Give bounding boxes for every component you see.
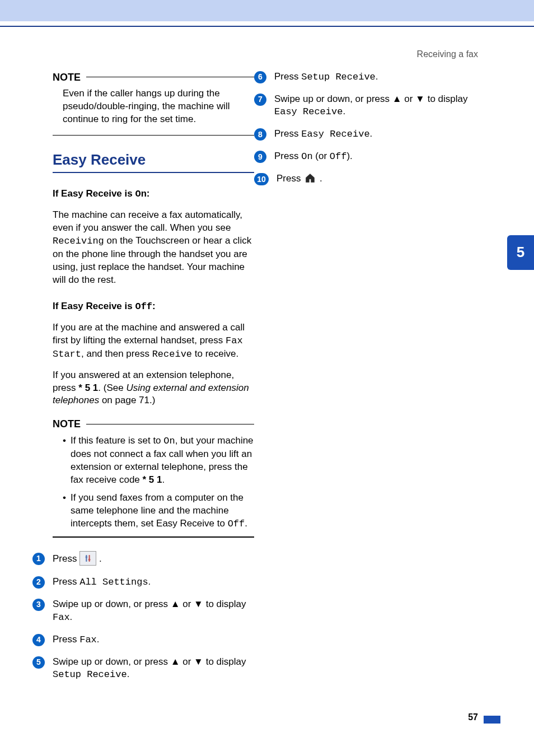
note-bullet: If you send faxes from a computer on the… [63, 492, 254, 531]
subhead-prefix: If Easy Receive is [53, 188, 135, 199]
mono-text: All Settings [79, 577, 148, 587]
subhead-suffix: : [147, 188, 150, 199]
mono-text: On [163, 436, 175, 446]
note-rule [86, 424, 254, 425]
mono-text: Easy Receive [274, 106, 343, 117]
step-text: Swipe up or down, or press ▲ or ▼ to dis… [53, 656, 254, 682]
breadcrumb: Receiving a fax [0, 27, 534, 60]
note-block-2: NOTE If this feature is set to On, but y… [53, 417, 254, 537]
step-text: Press On (or Off). [274, 150, 476, 164]
step-number: 7 [254, 94, 266, 106]
subhead-mono: On [135, 189, 146, 199]
mono-text: Setup Receive [53, 669, 127, 680]
text: If you are at the machine and answered a… [53, 322, 245, 346]
settings-icon[interactable] [79, 551, 96, 566]
step-text: Press . [277, 172, 476, 185]
step-number: 1 [32, 553, 45, 565]
mono-text: Receiving [53, 236, 104, 246]
page-mark [484, 716, 500, 724]
text: The machine can receive a fax automatica… [53, 209, 242, 233]
text: ). [346, 151, 352, 161]
text: Swipe up or down, or press ▲ or ▼ to dis… [53, 599, 246, 609]
text: . [148, 576, 151, 587]
subhead-mono: Off [135, 301, 152, 312]
text: to receive. [192, 348, 238, 359]
text: . [70, 612, 73, 622]
home-icon[interactable] [303, 172, 317, 184]
text: If this feature is set to [71, 435, 163, 446]
bold-text: * 5 1 [78, 382, 98, 393]
note-block-1: NOTE Even if the caller hangs up during … [53, 71, 254, 136]
text: . [99, 553, 102, 564]
step-number: 10 [254, 173, 269, 185]
para-off-2: If you answered at an extension telephon… [53, 369, 254, 408]
subhead-suffix: : [152, 301, 156, 311]
steps-left: 1 Press . 2 Press All Settings. 3 [53, 552, 254, 682]
step-text: Swipe up or down, or press ▲ or ▼ to dis… [53, 598, 254, 624]
note-bullet: If this feature is set to On, but your m… [63, 435, 254, 487]
text: , and then press [81, 348, 152, 359]
step-text: Press All Settings. [53, 576, 254, 589]
text: If you send faxes from a computer on the… [71, 492, 243, 529]
header-bar [0, 0, 534, 21]
step-text: Swipe up or down, or press ▲ or ▼ to dis… [274, 93, 476, 119]
note-end-rule [53, 135, 254, 136]
step-number: 3 [32, 599, 45, 611]
step-text: Press . [53, 552, 254, 567]
text: Press [277, 173, 303, 184]
mono-text: Off [228, 519, 245, 529]
note-rule [86, 77, 254, 78]
step-number: 6 [254, 71, 266, 83]
text: . [376, 71, 378, 82]
text: . [343, 106, 345, 116]
mono-text: On [301, 151, 312, 162]
step-number: 4 [32, 634, 45, 646]
step-number: 5 [32, 656, 45, 669]
text: Swipe up or down, or press ▲ or ▼ to dis… [274, 94, 467, 104]
text: Press [274, 128, 301, 139]
left-column: NOTE Even if the caller hangs up during … [53, 71, 254, 691]
text: . [127, 669, 130, 679]
note-label: NOTE [53, 71, 81, 84]
text: . (See [98, 382, 126, 393]
subhead-on: If Easy Receive is On: [53, 188, 254, 201]
text: Press [274, 71, 301, 82]
mono-text: Easy Receive [301, 129, 369, 139]
step-2: 2 Press All Settings. [32, 576, 254, 589]
note-body: Even if the caller hangs up during the p… [53, 87, 254, 130]
mono-text: Setup Receive [301, 72, 376, 82]
subhead-prefix: If Easy Receive is [53, 301, 135, 311]
subhead-off: If Easy Receive is Off: [53, 300, 254, 314]
svg-rect-1 [89, 555, 90, 562]
text: . [97, 634, 100, 645]
page-number: 57 [468, 711, 478, 724]
step-9: 9 Press On (or Off). [254, 150, 476, 164]
para-on-body: The machine can receive a fax automatica… [53, 209, 254, 287]
mono-text: Receive [152, 349, 192, 360]
text: (or [313, 151, 330, 161]
step-text: Press Easy Receive. [274, 128, 476, 141]
svg-rect-0 [86, 555, 87, 562]
mono-text: Fax [79, 634, 97, 645]
text: . [370, 128, 373, 139]
step-3: 3 Swipe up or down, or press ▲ or ▼ to d… [32, 598, 254, 624]
text: on page 71.) [99, 395, 155, 405]
step-text: Press Setup Receive. [274, 71, 476, 84]
para-off-1: If you are at the machine and answered a… [53, 321, 254, 361]
mono-text: Off [330, 151, 347, 162]
step-10: 10 Press . [254, 172, 476, 185]
text: . [320, 173, 322, 184]
step-number: 9 [254, 151, 266, 163]
section-title: Easy Receive [53, 150, 254, 170]
text: Press [53, 553, 79, 564]
right-column: 6 Press Setup Receive. 7 Swipe up or dow… [274, 71, 476, 691]
text: Press [53, 576, 79, 587]
text: . [245, 518, 247, 529]
note-bullets: If this feature is set to On, but your m… [53, 435, 254, 531]
step-8: 8 Press Easy Receive. [254, 128, 476, 141]
step-4: 4 Press Fax. [32, 633, 254, 647]
bold-text: * 5 1 [143, 474, 162, 485]
text: Press [274, 151, 301, 161]
step-7: 7 Swipe up or down, or press ▲ or ▼ to d… [254, 93, 476, 119]
step-number: 8 [254, 128, 266, 141]
